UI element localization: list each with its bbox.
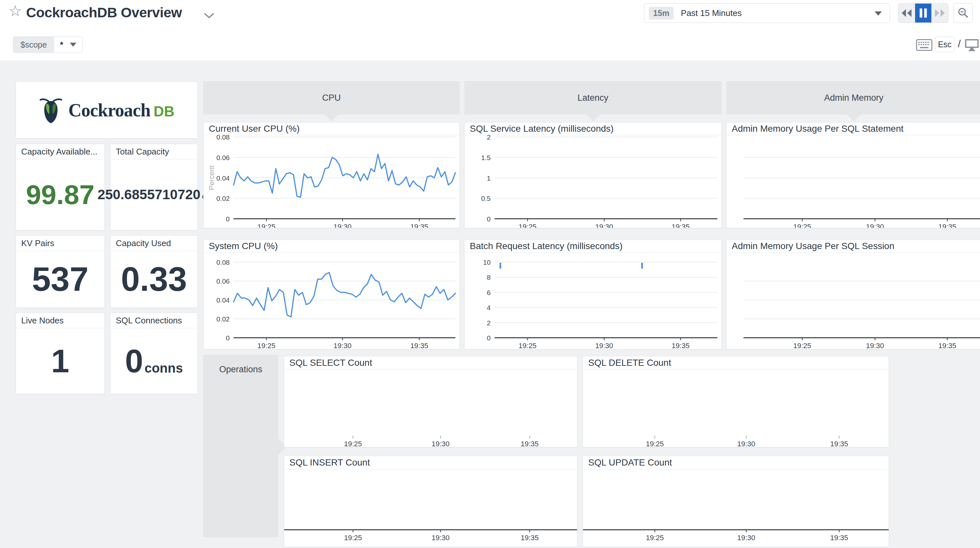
chart-card-admin-memory-statement: Admin Memory Usage Per SQL Statement 19:… xyxy=(726,122,980,228)
svg-text:0.04: 0.04 xyxy=(216,296,230,304)
svg-text:8: 8 xyxy=(487,273,491,281)
svg-text:19:35: 19:35 xyxy=(830,534,848,542)
logo-brand-text: Cockroach xyxy=(68,100,150,120)
chart-card-current-user-cpu: Current User CPU (%) 0.080.060.040.02019… xyxy=(203,122,460,228)
stat-value: 537 xyxy=(32,262,89,296)
slash-separator: / xyxy=(958,38,961,50)
chart-title: SQL UPDATE Count xyxy=(583,456,889,469)
stat-card-capacity-available[interactable]: Capacity Available... 99.87 xyxy=(16,144,105,230)
svg-text:2: 2 xyxy=(487,319,491,327)
svg-text:19:35: 19:35 xyxy=(938,342,956,349)
svg-text:19:35: 19:35 xyxy=(410,342,428,349)
svg-text:0.08: 0.08 xyxy=(216,259,230,266)
stat-card-sql-connections[interactable]: SQL Connections 0 conns xyxy=(110,313,198,394)
scope-value-dropdown[interactable]: * xyxy=(54,37,82,52)
chart-card-system-cpu: System CPU (%) 0.080.060.040.02019:2519:… xyxy=(203,240,460,349)
svg-text:19:30: 19:30 xyxy=(432,440,450,447)
logo-card: CockroachDB xyxy=(16,81,198,138)
svg-text:19:35: 19:35 xyxy=(672,222,690,228)
svg-text:0.06: 0.06 xyxy=(216,154,230,161)
svg-text:19:35: 19:35 xyxy=(521,440,539,447)
chart-title: Batch Request Latency (milliseconds) xyxy=(465,240,721,253)
group-header-latency[interactable]: Latency xyxy=(464,81,722,114)
chart-plot-sql-select-count[interactable]: 19:2519:3019:35 xyxy=(284,369,577,447)
svg-text:0.06: 0.06 xyxy=(216,278,230,285)
chart-card-sql-delete-count: SQL DELETE Count 19:2519:3019:35 xyxy=(583,356,889,447)
stat-card-total-capacity[interactable]: Total Capacity 250.6855710720 GB xyxy=(110,144,198,230)
svg-text:19:25: 19:25 xyxy=(793,222,811,228)
svg-text:19:30: 19:30 xyxy=(333,222,352,228)
svg-text:19:30: 19:30 xyxy=(595,222,613,228)
group-notch xyxy=(586,114,600,121)
favorite-star-icon[interactable]: ☆ xyxy=(8,3,22,18)
svg-text:0.02: 0.02 xyxy=(216,195,230,202)
chart-plot-sql-update-count[interactable]: 19:2519:3019:35 xyxy=(583,469,889,547)
svg-text:19:30: 19:30 xyxy=(333,342,352,349)
group-notch xyxy=(846,114,861,121)
svg-text:19:25: 19:25 xyxy=(519,222,537,228)
chart-plot-sql-service-latency[interactable]: 21.510.5019:2519:3019:35 xyxy=(465,135,721,228)
time-range-label: Past 15 Minutes xyxy=(681,8,741,18)
group-header-admin-memory[interactable]: Admin Memory xyxy=(726,81,980,114)
chart-plot-admin-memory-statement[interactable]: 19:2519:3019:35 xyxy=(727,135,980,228)
template-variable-scope[interactable]: $scope * xyxy=(13,37,83,53)
fast-forward-button[interactable] xyxy=(931,3,948,22)
chart-plot-sql-insert-count[interactable]: 19:2519:3019:35 xyxy=(284,469,577,547)
esc-key-badge: Esc xyxy=(935,37,955,52)
svg-text:0.04: 0.04 xyxy=(216,175,230,182)
chart-card-sql-select-count: SQL SELECT Count 19:2519:3019:35 xyxy=(284,356,578,447)
chart-card-batch-request-latency: Batch Request Latency (milliseconds) 108… xyxy=(464,240,722,349)
chart-plot-admin-memory-session[interactable]: 19:2519:3019:35 xyxy=(727,252,980,349)
keyboard-icon[interactable] xyxy=(916,39,932,52)
svg-text:19:35: 19:35 xyxy=(938,222,956,228)
chart-card-sql-update-count: SQL UPDATE Count 19:2519:3019:35 xyxy=(583,456,889,547)
svg-text:19:25: 19:25 xyxy=(519,342,537,349)
stat-value: 250.6855710720 xyxy=(97,188,200,202)
chart-title: Admin Memory Usage Per SQL Session xyxy=(727,240,980,253)
svg-text:19:25: 19:25 xyxy=(258,342,275,349)
chart-card-sql-insert-count: SQL INSERT Count 19:2519:3019:35 xyxy=(284,456,578,547)
stat-unit: conns xyxy=(145,361,183,376)
time-range-selector[interactable]: 15m Past 15 Minutes xyxy=(644,3,890,23)
group-label: Latency xyxy=(578,93,608,103)
svg-text:19:30: 19:30 xyxy=(866,342,884,349)
group-header-cpu[interactable]: CPU xyxy=(203,81,460,114)
stat-value: 99.87 xyxy=(26,181,94,208)
stat-label: SQL Connections xyxy=(111,313,197,328)
title-chevron-down-icon[interactable] xyxy=(204,13,215,20)
chart-plot-current-user-cpu[interactable]: 0.080.060.040.02019:2519:3019:35Percent xyxy=(204,135,459,228)
time-range-badge: 15m xyxy=(649,7,674,19)
chart-plot-batch-request-latency[interactable]: 108642019:2519:3019:35 xyxy=(465,252,721,349)
svg-text:0: 0 xyxy=(487,215,491,222)
svg-text:19:25: 19:25 xyxy=(344,440,362,447)
group-header-operations[interactable]: Operations xyxy=(203,355,278,537)
stat-card-capacity-used[interactable]: Capacity Used 0.33 xyxy=(110,235,198,308)
stat-card-live-nodes[interactable]: Live Nodes 1 xyxy=(16,313,105,394)
svg-text:0.08: 0.08 xyxy=(216,135,230,141)
svg-text:19:25: 19:25 xyxy=(344,534,362,542)
stat-card-kv-pairs[interactable]: KV Pairs 537 xyxy=(16,235,105,308)
pause-button[interactable] xyxy=(915,3,932,22)
stat-value: 0.33 xyxy=(121,262,187,296)
rewind-button[interactable] xyxy=(899,3,915,22)
svg-text:19:25: 19:25 xyxy=(646,440,664,447)
chart-title: SQL SELECT Count xyxy=(284,356,577,370)
group-label: Operations xyxy=(203,364,278,375)
scope-caret-icon xyxy=(70,43,76,47)
time-range-caret-icon xyxy=(875,11,882,16)
chart-plot-sql-delete-count[interactable]: 19:2519:3019:35 xyxy=(583,369,889,447)
magnifier-minus-icon xyxy=(957,7,969,19)
chart-card-admin-memory-session: Admin Memory Usage Per SQL Session 19:25… xyxy=(726,240,980,349)
monitor-icon[interactable] xyxy=(964,38,979,53)
zoom-out-button[interactable] xyxy=(953,3,973,23)
group-label: Admin Memory xyxy=(824,93,883,103)
svg-text:19:35: 19:35 xyxy=(672,342,690,349)
chart-plot-system-cpu[interactable]: 0.080.060.040.02019:2519:3019:35 xyxy=(204,252,459,349)
svg-text:10: 10 xyxy=(483,259,491,266)
stat-value: 0 xyxy=(125,345,143,377)
scope-name: $scope xyxy=(13,37,54,52)
svg-text:0: 0 xyxy=(487,334,491,342)
svg-text:19:25: 19:25 xyxy=(646,534,664,542)
svg-text:19:35: 19:35 xyxy=(830,440,848,447)
chart-title: Current User CPU (%) xyxy=(204,122,459,135)
